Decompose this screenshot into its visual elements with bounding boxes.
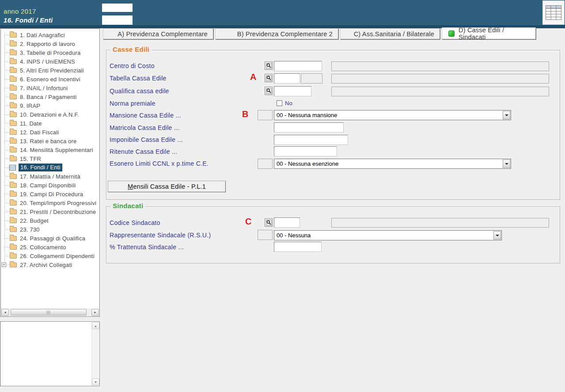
sidebar-item-label: 23. 730 bbox=[20, 226, 40, 233]
norma-premiale-label: Norma premiale bbox=[110, 100, 155, 107]
tab-casse-edili-sindacati[interactable]: D) Casse Edili / Sindacati bbox=[442, 27, 536, 39]
norma-premiale-checkbox[interactable] bbox=[277, 100, 282, 106]
header-field-bottom[interactable] bbox=[102, 15, 133, 25]
scroll-down-button[interactable]: ▼ bbox=[92, 378, 99, 385]
list-icon bbox=[9, 165, 16, 171]
header-field-top[interactable] bbox=[102, 4, 133, 12]
dropdown-arrow-icon[interactable] bbox=[503, 111, 510, 119]
ritenute-cassa-edile-input[interactable] bbox=[274, 146, 337, 156]
sidebar-item-13[interactable]: 13. Ratei e banca ore bbox=[2, 137, 99, 145]
tabella-cassa-edile-description bbox=[331, 74, 549, 84]
sidebar-item-22[interactable]: 22. Budget bbox=[2, 216, 99, 225]
sidebar-item-23[interactable]: 23. 730 bbox=[2, 225, 99, 234]
sidebar-item-20[interactable]: 20. Tempi/Importi Progressivi bbox=[2, 198, 99, 207]
sidebar-item-15[interactable]: 15. TFR bbox=[2, 154, 99, 163]
tree-connector bbox=[4, 185, 10, 186]
sidebar-item-17[interactable]: 17. Malattia / Maternità bbox=[2, 172, 99, 181]
folder-icon bbox=[10, 112, 17, 117]
marker-c: C bbox=[245, 217, 251, 227]
sidebar-item-8[interactable]: 8. Banca / Pagamenti bbox=[2, 92, 99, 101]
sidebar-item-9[interactable]: 9. IRAP bbox=[2, 101, 99, 110]
codice-sindacato-input[interactable] bbox=[274, 217, 300, 228]
scroll-right-button[interactable]: ► bbox=[91, 309, 99, 316]
sidebar-item-12[interactable]: 12. Dati Fiscali bbox=[2, 128, 99, 137]
spreadsheet-grid-icon bbox=[546, 5, 561, 20]
sidebar-item-27[interactable]: +27. Archivi Collegati bbox=[2, 260, 99, 269]
sidebar-item-1[interactable]: 1. Dati Anagrafici bbox=[2, 30, 99, 39]
sidebar-item-5[interactable]: 5. Altri Enti Previdenziali bbox=[2, 66, 99, 75]
sidebar-item-label: 25. Collocamento bbox=[20, 244, 66, 251]
esonero-limiti-label: Esonero Limiti CCNL x p.time C.E. bbox=[110, 160, 209, 167]
folder-icon bbox=[10, 103, 17, 108]
folder-icon bbox=[10, 50, 17, 55]
dropdown-arrow-icon[interactable] bbox=[503, 160, 510, 168]
sidebar-item-label: 19. Campi Di Procedura bbox=[20, 191, 83, 198]
sidebar-item-26[interactable]: 26. Collegamenti Dipendenti bbox=[2, 251, 99, 260]
sidebar-item-21[interactable]: 21. Prestiti / Decontribuzione bbox=[2, 207, 99, 216]
folder-icon bbox=[10, 121, 17, 126]
imponibile-cassa-edile-input[interactable] bbox=[274, 135, 348, 145]
sidebar-item-16[interactable]: 16. Fondi / Enti bbox=[2, 163, 99, 172]
sidebar-item-14[interactable]: 14. Mensilità Supplementari bbox=[2, 145, 99, 154]
expand-plus-icon[interactable]: + bbox=[2, 263, 6, 267]
sidebar-item-label: 4. INPS / UniEMENS bbox=[20, 58, 75, 65]
trattenuta-sindacale-input[interactable] bbox=[274, 242, 322, 252]
sidebar-item-label: 16. Fondi / Enti bbox=[19, 164, 62, 171]
matricola-cassa-edile-label: Matricola Cassa Edile ... bbox=[110, 124, 179, 131]
marker-b: B bbox=[242, 109, 248, 119]
codice-sindacato-lookup-button[interactable] bbox=[265, 218, 273, 227]
mansione-cassa-edile-label: Mansione Cassa Edile ... bbox=[110, 112, 181, 119]
folder-icon bbox=[10, 183, 17, 188]
folder-icon bbox=[10, 192, 17, 197]
tab-previdenza-complementare[interactable]: A) Previdenza Complementare bbox=[103, 28, 213, 39]
centro-di-costo-lookup-button[interactable] bbox=[265, 61, 273, 70]
tab-label: C) Ass.Sanitaria / Bilaterale bbox=[354, 30, 434, 38]
sidebar-item-11[interactable]: 11. Date bbox=[2, 119, 99, 128]
scroll-left-button[interactable]: ◄ bbox=[1, 309, 9, 316]
mansione-dropdown[interactable]: 00 - Nessuna mansione bbox=[274, 110, 511, 120]
sidebar-item-19[interactable]: 19. Campi Di Procedura bbox=[2, 190, 99, 198]
rappresentante-dropdown[interactable]: 00 - Nessuna bbox=[274, 230, 502, 240]
tree-connector bbox=[4, 79, 10, 80]
tabella-cassa-edile-lookup-button[interactable] bbox=[265, 74, 273, 82]
horizontal-scrollbar-thumb[interactable] bbox=[11, 309, 87, 316]
sidebar-item-2[interactable]: 2. Rapporto di lavoro bbox=[2, 39, 99, 48]
sidebar-item-18[interactable]: 18. Campi Disponibili bbox=[2, 181, 99, 190]
qualifica-cassa-edile-input[interactable] bbox=[274, 86, 311, 96]
sidebar-item-24[interactable]: 24. Passaggi di Qualifica bbox=[2, 234, 99, 243]
tree-connector bbox=[4, 61, 10, 62]
tree-connector bbox=[4, 106, 10, 106]
sidebar-item-label: 14. Mensilità Supplementari bbox=[20, 147, 93, 153]
tab-ass-sanitaria-bilaterale[interactable]: C) Ass.Sanitaria / Bilaterale bbox=[340, 28, 440, 39]
sidebar-item-7[interactable]: 7. INAIL / Infortuni bbox=[2, 84, 99, 92]
tree-connector bbox=[4, 141, 10, 141]
sidebar-item-6[interactable]: 6. Esonero ed Incentivi bbox=[2, 75, 99, 84]
qualifica-cassa-edile-lookup-button[interactable] bbox=[265, 87, 273, 95]
mensili-cassa-edile-button[interactable]: Mensili Cassa Edile - P.L.1 bbox=[108, 181, 226, 192]
sidebar-item-label: 13. Ratei e banca ore bbox=[20, 138, 77, 145]
sidebar-item-4[interactable]: 4. INPS / UniEMENS bbox=[2, 57, 99, 66]
button-mnemonic: M bbox=[128, 183, 133, 190]
matricola-cassa-edile-input[interactable] bbox=[274, 122, 344, 133]
mansione-code-box bbox=[258, 110, 273, 120]
sidebar-item-label: 12. Dati Fiscali bbox=[20, 129, 59, 136]
notes-box[interactable]: ▲ ▼ bbox=[0, 321, 100, 386]
ritenute-cassa-edile-label: Ritenute Cassa Edile ... bbox=[110, 148, 178, 155]
sidebar-item-25[interactable]: 25. Collocamento bbox=[2, 243, 99, 251]
sidebar-item-10[interactable]: 10. Detrazioni e A.N.F. bbox=[2, 110, 99, 119]
folder-icon bbox=[10, 59, 17, 64]
tree-connector bbox=[4, 35, 10, 35]
centro-di-costo-input[interactable] bbox=[274, 61, 322, 71]
scroll-up-button[interactable]: ▲ bbox=[92, 322, 99, 329]
sindacati-title: Sindacati bbox=[110, 202, 145, 209]
esonero-dropdown[interactable]: 00 - Nessuna esenzione bbox=[274, 159, 511, 169]
tab-previdenza-complementare-2[interactable]: B) Previdenza Complementare 2 bbox=[215, 28, 338, 39]
tree-horizontal-scrollbar[interactable]: ◄ ► bbox=[1, 308, 99, 316]
tabella-cassa-edile-input[interactable] bbox=[274, 73, 300, 84]
sidebar-item-3[interactable]: 3. Tabelle di Procedura bbox=[2, 48, 99, 57]
centro-di-costo-description bbox=[331, 61, 549, 71]
dropdown-arrow-icon[interactable] bbox=[493, 231, 501, 240]
sidebar-item-label: 2. Rapporto di lavoro bbox=[20, 41, 75, 47]
tree-connector bbox=[4, 97, 10, 97]
notes-vertical-scrollbar[interactable]: ▲ ▼ bbox=[91, 322, 99, 385]
